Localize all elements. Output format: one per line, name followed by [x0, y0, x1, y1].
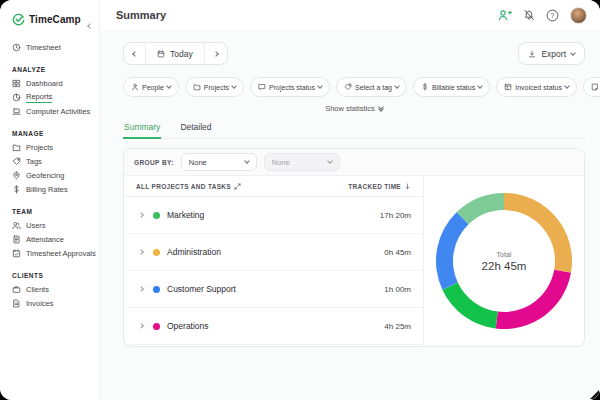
chevron-down-icon	[564, 83, 570, 89]
filter-label: Projects	[204, 84, 229, 91]
expand-icon[interactable]	[234, 183, 241, 190]
today-label: Today	[170, 49, 193, 59]
export-label: Export	[541, 49, 566, 59]
group-by-bar: GROUP BY: None None	[124, 149, 584, 176]
filter-billable-status[interactable]: Billable status	[413, 77, 490, 97]
next-period-button[interactable]	[205, 43, 227, 64]
logo-text: TimeCamp	[29, 14, 81, 25]
download-icon	[528, 50, 536, 58]
donut-chart: Total 22h 45m	[423, 176, 584, 346]
sidebar-item-projects[interactable]: Projects	[12, 140, 95, 154]
invoice-icon	[12, 299, 21, 308]
sidebar-section-team: TEAM	[12, 205, 95, 218]
tag-icon	[344, 83, 352, 91]
donut-segment	[496, 270, 571, 329]
sidebar-item-timesheet[interactable]: Timesheet	[12, 40, 95, 54]
expand-row-icon[interactable]	[138, 212, 144, 218]
sidebar-item-dashboard[interactable]: Dashboard	[12, 76, 95, 90]
project-color-dot	[153, 323, 160, 330]
top-header: Summary ?	[100, 0, 600, 30]
filter-invoiced-status[interactable]: Invoiced status	[496, 77, 577, 97]
sidebar-item-label: Timesheet	[26, 43, 61, 52]
resize-handle-icon[interactable]	[590, 390, 599, 399]
page-title: Summary	[116, 9, 166, 21]
sidebar-item-reports[interactable]: Reports	[12, 90, 95, 104]
help-button[interactable]: ?	[546, 9, 559, 22]
project-name: Customer Support	[167, 284, 236, 294]
filter-people[interactable]: People	[123, 77, 179, 97]
table-row[interactable]: Marketing 17h 20m	[124, 197, 423, 234]
status-bubble-icon	[258, 83, 266, 91]
filter-projects[interactable]: Projects	[185, 77, 244, 97]
dashboard-icon	[12, 79, 21, 88]
card-body: ALL PROJECTS AND TASKS TRACKED TIME	[124, 176, 584, 346]
sidebar-section-analyze: ANALYZE	[12, 63, 95, 76]
sidebar: TimeCamp Timesheet ANALYZE Dashboard Rep…	[0, 0, 100, 400]
sidebar-nav: Timesheet ANALYZE Dashboard Reports Comp…	[12, 40, 95, 310]
sidebar-item-tags[interactable]: Tags	[12, 154, 95, 168]
expand-row-icon[interactable]	[138, 249, 144, 255]
sidebar-item-timesheet-approvals[interactable]: Timesheet Approvals	[12, 246, 95, 260]
notifications-off-icon	[523, 9, 535, 21]
calendar-icon	[157, 50, 165, 58]
main-area: Summary ?	[100, 0, 600, 400]
prev-period-button[interactable]	[124, 43, 146, 64]
table-header: ALL PROJECTS AND TASKS TRACKED TIME	[124, 176, 423, 197]
export-button[interactable]: Export	[518, 42, 585, 65]
chevron-down-icon	[394, 83, 400, 89]
group-by-value: None	[272, 158, 290, 167]
filter-projects-status[interactable]: Projects status	[250, 77, 330, 97]
avatar[interactable]	[570, 7, 587, 24]
logo[interactable]: TimeCamp	[12, 10, 95, 28]
notifications-button[interactable]	[523, 9, 535, 21]
chevron-down-icon	[244, 158, 250, 164]
sidebar-section-clients: CLIENTS	[12, 269, 95, 282]
filter-label: Projects status	[269, 84, 315, 91]
project-color-dot	[153, 286, 160, 293]
header-icons: ?	[498, 7, 587, 24]
filter-label: Invoiced status	[515, 84, 562, 91]
tab-summary[interactable]: Summary	[123, 122, 161, 139]
group-by-select-1[interactable]: None	[181, 153, 257, 171]
tag-icon	[12, 157, 21, 166]
tab-detailed[interactable]: Detailed	[179, 122, 212, 138]
expand-row-icon[interactable]	[138, 286, 144, 292]
filter-select-tag[interactable]: Select a tag	[336, 77, 407, 97]
filter-note[interactable]: Note	[583, 77, 600, 97]
users-icon	[12, 221, 21, 230]
invoice-icon	[504, 83, 512, 91]
sidebar-item-label: Timesheet Approvals	[26, 249, 96, 258]
show-statistics-toggle[interactable]: Show statistics	[123, 104, 585, 113]
sidebar-item-computer-activities[interactable]: Computer Activities	[12, 104, 95, 118]
svg-text:?: ?	[551, 12, 555, 19]
sidebar-item-clients[interactable]: Clients	[12, 282, 95, 296]
person-icon	[131, 83, 139, 91]
chevron-down-icon	[477, 83, 483, 89]
project-color-dot	[153, 212, 160, 219]
add-user-icon	[498, 9, 512, 21]
sidebar-item-users[interactable]: Users	[12, 218, 95, 232]
filter-bar: People Projects Projects status Select a…	[123, 77, 585, 97]
sidebar-collapse-button[interactable]	[88, 14, 92, 32]
column-projects: ALL PROJECTS AND TASKS	[136, 183, 241, 190]
expand-row-icon[interactable]	[138, 323, 144, 329]
date-navigation: Today	[123, 42, 228, 65]
chevron-down-icon	[231, 83, 237, 89]
show-statistics-label: Show statistics	[325, 104, 375, 113]
sidebar-item-geofencing[interactable]: Geofencing	[12, 168, 95, 182]
tracked-time: 17h 20m	[380, 211, 411, 220]
group-by-value: None	[189, 158, 207, 167]
column-tracked-time[interactable]: TRACKED TIME	[348, 183, 411, 190]
tracked-time: 1h 00m	[384, 285, 411, 294]
table-row[interactable]: Operations 4h 25m	[124, 308, 423, 345]
folder-icon	[12, 143, 21, 152]
chevron-left-icon	[132, 51, 138, 57]
today-button[interactable]: Today	[146, 43, 205, 64]
table-row[interactable]: Customer Support 1h 00m	[124, 271, 423, 308]
sidebar-item-attendance[interactable]: Attendance	[12, 232, 95, 246]
donut-segment	[504, 193, 572, 273]
sidebar-item-billing-rates[interactable]: Billing Rates	[12, 182, 95, 196]
table-row[interactable]: Administration 0h 45m	[124, 234, 423, 271]
add-user-button[interactable]	[498, 9, 512, 21]
sidebar-item-invoices[interactable]: Invoices	[12, 296, 95, 310]
